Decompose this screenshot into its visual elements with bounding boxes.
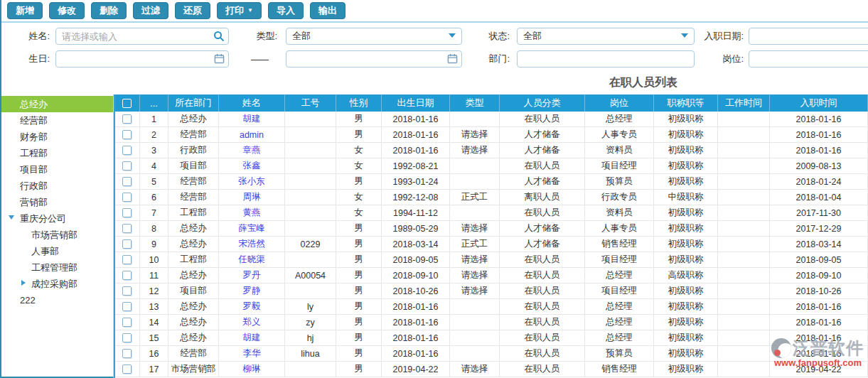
sidebar-item[interactable]: 营销部 bbox=[0, 194, 113, 210]
cell-post: 资料员 bbox=[585, 143, 654, 158]
department-input[interactable] bbox=[517, 50, 695, 68]
cell-type: 请选择 bbox=[450, 143, 500, 158]
sidebar-item[interactable]: 工程部 bbox=[0, 145, 113, 161]
table-row[interactable]: 8总经办薛宝峰男1989-05-29请选择人才储备人事专员初级职称2017-12… bbox=[114, 221, 868, 237]
toolbar-button-delete[interactable]: 删除 bbox=[91, 2, 127, 19]
employee-name-link[interactable]: 罗静 bbox=[243, 285, 261, 297]
employee-name-link[interactable]: 张小东 bbox=[238, 176, 265, 188]
employee-name-link[interactable]: 任晓渠 bbox=[238, 254, 265, 266]
sidebar-item[interactable]: 成控采购部 bbox=[0, 276, 113, 292]
sidebar-item[interactable]: 人事部 bbox=[0, 243, 113, 259]
cell-title-grade: 初级职称 bbox=[654, 299, 718, 314]
row-checkbox[interactable] bbox=[122, 224, 132, 233]
cell-category: 在职人员 bbox=[500, 330, 585, 345]
cell-name: 张鑫 bbox=[219, 158, 285, 173]
row-checkbox[interactable] bbox=[122, 255, 132, 264]
row-checkbox bbox=[114, 190, 140, 205]
tree-collapse-icon[interactable] bbox=[9, 215, 14, 220]
table-row[interactable]: 4项目部张鑫女1992-08-21在职人员项目经理初级职称2009-08-13 bbox=[114, 158, 868, 174]
employee-name-link[interactable]: 黄燕 bbox=[243, 207, 261, 219]
row-checkbox[interactable] bbox=[122, 333, 132, 342]
employee-name-link[interactable]: 胡建 bbox=[243, 332, 261, 344]
sidebar-item[interactable]: 市场营销部 bbox=[0, 227, 113, 243]
cell-emp-no: ly bbox=[285, 299, 336, 314]
employee-name-link[interactable]: 张鑫 bbox=[243, 160, 261, 172]
table-row[interactable]: 5经营部张小东男1993-01-24人才储备预算员初级职称2018-01-24 bbox=[114, 174, 868, 190]
select-all-checkbox[interactable] bbox=[122, 99, 132, 108]
employee-name-link[interactable]: 郑义 bbox=[243, 316, 261, 328]
table-row[interactable]: 9总经办宋浩然0229男2018-03-14正式工人才储备销售经理初级职称201… bbox=[114, 237, 868, 252]
name-filter-input[interactable] bbox=[55, 28, 229, 45]
row-checkbox[interactable] bbox=[122, 239, 132, 249]
row-checkbox[interactable] bbox=[122, 286, 132, 296]
row-checkbox[interactable] bbox=[122, 130, 132, 139]
sidebar-item[interactable]: 行政部 bbox=[0, 178, 113, 194]
row-checkbox[interactable] bbox=[122, 146, 132, 155]
table-row[interactable]: 11总经办罗丹A00054男2018-09-10请选择在职人员总经理高级职称20… bbox=[114, 268, 868, 284]
birthday-to-input[interactable] bbox=[286, 50, 462, 68]
employee-name-link[interactable]: 章燕 bbox=[243, 144, 261, 156]
table-row[interactable]: 7工程部黄燕女1994-11-12在职人员资料员初级职称2017-11-30 bbox=[114, 205, 868, 221]
birthday-from-input[interactable] bbox=[55, 50, 229, 68]
status-select[interactable]: 全部 bbox=[517, 28, 695, 45]
table-row[interactable]: 3行政部章燕女2018-01-16请选择人才储备资料员初级职称2018-01-1… bbox=[114, 143, 868, 158]
table-row[interactable]: 14总经办郑义zy男2018-01-16在职人员总经理初级职称2018-01-1… bbox=[114, 315, 868, 330]
table-row[interactable]: 12项目部罗静男2018-10-26请选择在职人员项目经理初级职称2018-10… bbox=[114, 284, 868, 299]
employee-name-link[interactable]: admin bbox=[240, 130, 264, 140]
row-checkbox[interactable] bbox=[122, 318, 132, 327]
table-row[interactable]: 17市场营销部柳琳男2019-04-22请选择在职人员销售经理初级职称2019-… bbox=[114, 362, 868, 377]
employee-name-link[interactable]: 周琳 bbox=[243, 191, 261, 203]
employee-name-link[interactable]: 李华 bbox=[243, 347, 261, 360]
toolbar-button-restore[interactable]: 还原 bbox=[175, 2, 210, 19]
toolbar-button-print[interactable]: 打印▼ bbox=[217, 2, 262, 19]
sidebar-item[interactable]: 工程管理部 bbox=[0, 259, 113, 276]
name-filter-label: 姓名: bbox=[14, 28, 50, 45]
row-checkbox[interactable] bbox=[122, 302, 132, 311]
cell-hire-time: 2018-10-26 bbox=[770, 284, 868, 298]
employee-name-link[interactable]: 罗毅 bbox=[243, 301, 261, 313]
row-checkbox[interactable] bbox=[122, 349, 132, 358]
search-icon[interactable] bbox=[213, 31, 225, 42]
row-checkbox[interactable] bbox=[122, 161, 132, 171]
sidebar-item[interactable]: 总经办 bbox=[0, 96, 113, 112]
toolbar-button-import[interactable]: 导入 bbox=[268, 2, 304, 19]
table-row[interactable]: 16经营部李华lihua男2018-01-16在职人员预算员初级职称2018-0… bbox=[114, 346, 868, 362]
toolbar-button-filter[interactable]: 过滤 bbox=[133, 2, 168, 19]
row-checkbox[interactable] bbox=[122, 208, 132, 217]
table-row[interactable]: 13总经办罗毅ly男2018-01-16在职人员总经理初级职称2018-01-1… bbox=[114, 299, 868, 315]
employee-name-link[interactable]: 胡建 bbox=[243, 113, 261, 125]
tree-expand-icon[interactable] bbox=[21, 280, 26, 286]
sidebar-item[interactable]: 项目部 bbox=[0, 161, 113, 178]
table-row[interactable]: 10工程部任晓渠男2018-09-05请选择在职人员项目经理初级职称2018-0… bbox=[114, 252, 868, 268]
table-row[interactable]: 1总经办胡建男2018-01-16在职人员总经理初级职称2018-01-16 bbox=[114, 112, 868, 127]
toolbar-button-label: 还原 bbox=[183, 4, 202, 17]
toolbar-button-edit[interactable]: 修改 bbox=[49, 2, 85, 19]
employee-name-link[interactable]: 罗丹 bbox=[243, 269, 261, 281]
row-checkbox[interactable] bbox=[122, 364, 132, 374]
cell-gender: 男 bbox=[336, 315, 382, 330]
sidebar-item[interactable]: 重庆分公司 bbox=[0, 210, 113, 227]
cell-title-grade: 初级职称 bbox=[654, 237, 718, 252]
table-row[interactable]: 15总经办胡建hj男2018-01-16在职人员总经理初级职称2018-01-1… bbox=[114, 330, 868, 346]
cell-department: 经营部 bbox=[168, 346, 219, 361]
toolbar-button-export[interactable]: 输出 bbox=[310, 2, 345, 19]
sidebar-item[interactable]: 经营部 bbox=[0, 112, 113, 129]
row-checkbox[interactable] bbox=[122, 114, 132, 124]
type-select[interactable]: 全部 bbox=[286, 28, 462, 45]
table-row[interactable]: 2经营部admin男2018-01-16请选择人才储备人事专员初级职称2018-… bbox=[114, 127, 868, 143]
row-checkbox[interactable] bbox=[122, 177, 132, 186]
sidebar-item[interactable]: 财务部 bbox=[0, 129, 113, 145]
hire-date-input[interactable] bbox=[749, 28, 868, 45]
toolbar-button-add[interactable]: 新增 bbox=[7, 2, 43, 19]
grid-body: 1总经办胡建男2018-01-16在职人员总经理初级职称2018-01-162经… bbox=[114, 112, 868, 377]
row-checkbox[interactable] bbox=[122, 193, 132, 202]
employee-name-link[interactable]: 宋浩然 bbox=[238, 238, 265, 250]
calendar-icon[interactable] bbox=[214, 53, 225, 65]
calendar-icon[interactable] bbox=[447, 53, 459, 65]
table-row[interactable]: 6经营部周琳女1992-12-08正式工离职人员行政专员中级职称2018-01-… bbox=[114, 190, 868, 205]
post-input[interactable] bbox=[749, 50, 868, 68]
employee-name-link[interactable]: 柳琳 bbox=[243, 363, 261, 375]
sidebar-item[interactable]: 222 bbox=[0, 292, 113, 308]
row-checkbox[interactable] bbox=[122, 271, 132, 280]
employee-name-link[interactable]: 薛宝峰 bbox=[238, 222, 265, 234]
